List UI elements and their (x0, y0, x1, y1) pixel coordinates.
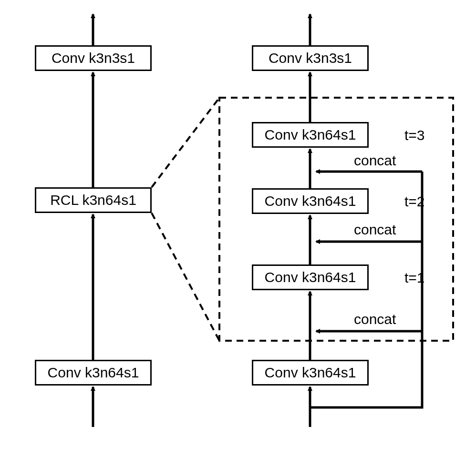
right-conv-t1-box: Conv k3n64s1 (252, 264, 369, 290)
svg-line-16 (152, 98, 219, 187)
left-rcl-label: RCL k3n64s1 (50, 192, 136, 208)
right-conv-t3-box: Conv k3n64s1 (252, 122, 369, 148)
svg-line-17 (152, 213, 219, 341)
left-top-conv-label: Conv k3n3s1 (52, 50, 135, 66)
right-conv-t3-label: Conv k3n64s1 (265, 127, 356, 143)
left-bottom-conv-box: Conv k3n64s1 (35, 360, 152, 386)
label-t1: t=1 (404, 270, 425, 286)
right-conv-t1-label: Conv k3n64s1 (265, 269, 356, 285)
label-concat-2: concat (354, 222, 396, 238)
right-top-conv-label: Conv k3n3s1 (269, 50, 352, 66)
left-bottom-conv-label: Conv k3n64s1 (48, 365, 139, 381)
left-top-conv-box: Conv k3n3s1 (35, 45, 152, 71)
label-concat-3: concat (354, 152, 396, 169)
left-rcl-box: RCL k3n64s1 (35, 187, 152, 213)
right-bottom-conv-label: Conv k3n64s1 (265, 365, 356, 381)
label-t2: t=2 (404, 193, 425, 210)
label-t3: t=3 (404, 127, 425, 143)
right-top-conv-box: Conv k3n3s1 (252, 45, 369, 71)
right-conv-t2-label: Conv k3n64s1 (265, 193, 356, 209)
label-concat-1: concat (354, 311, 396, 327)
right-bottom-conv-box: Conv k3n64s1 (252, 360, 369, 386)
right-conv-t2-box: Conv k3n64s1 (252, 188, 369, 214)
